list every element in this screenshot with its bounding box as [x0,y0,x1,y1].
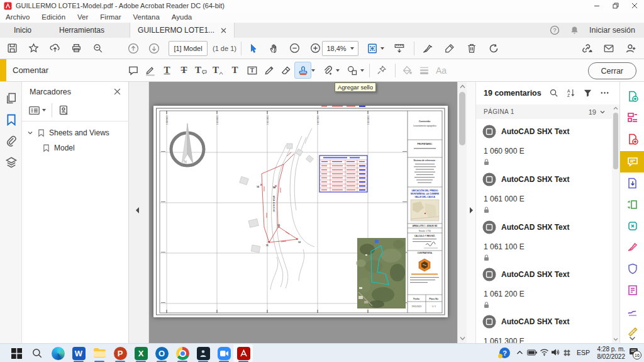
collapse-group-icon[interactable] [599,109,606,115]
language-indicator[interactable]: ESP [577,349,590,356]
protect-pdf-tool[interactable] [625,261,641,277]
pin-tool[interactable] [373,62,390,79]
comment-tool-active[interactable] [620,151,644,173]
refresh-rotate-button[interactable] [485,40,502,57]
stamp-tool[interactable] [294,62,311,79]
fit-page-button[interactable] [364,40,380,57]
print-button[interactable] [68,40,85,57]
tray-help-icon[interactable]: ? [499,348,510,358]
marquee-zoom-button[interactable] [89,40,106,57]
restore-button[interactable] [606,0,625,11]
share-link-button[interactable] [578,40,595,57]
menu-firmar[interactable]: Firmar [100,13,121,21]
prepare-form-tool[interactable] [625,282,641,298]
shapes-tool[interactable] [343,62,360,79]
tab-close-icon[interactable] [221,28,226,33]
email-button[interactable] [600,40,617,57]
menu-archivo[interactable]: Archivo [6,13,30,21]
minimize-button[interactable] [587,0,606,11]
clock[interactable]: 4:28 p. m. 8/02/2022 [592,346,625,361]
tray-app-icon[interactable] [563,349,571,357]
note-to-text-tool[interactable]: T [192,62,209,79]
previous-page-button[interactable] [125,40,142,57]
tab-herramientas[interactable]: Herramientas [45,23,118,38]
edit-pdf-tool[interactable] [625,131,641,147]
document-scrollbar-thumb[interactable] [459,92,465,145]
document-scrollbar[interactable] [457,82,467,343]
close-comment-button[interactable]: Cerrar [588,62,636,79]
start-button[interactable] [9,346,24,361]
sticky-note-tool[interactable] [125,62,142,79]
comments-scrollbar[interactable] [612,105,619,343]
comment-item[interactable]: AutoCAD SHX Text 1 061 100 E [482,220,607,267]
volume-icon[interactable] [551,348,560,356]
sort-comments-icon[interactable]: AZ [566,88,575,98]
notifications-bell-icon[interactable] [570,25,579,35]
add-text-tool[interactable]: T [226,62,243,79]
menu-ver[interactable]: Ver [77,13,88,21]
stamp-caret[interactable] [311,69,315,72]
collapse-left-panel-button[interactable] [135,206,140,214]
highlight-tool[interactable] [142,62,158,79]
comment-item[interactable]: AutoCAD SHX Text 1 060 900 E [482,125,607,171]
next-page-button[interactable] [145,40,162,57]
comments-more-options-icon[interactable] [600,88,609,98]
search-comments-icon[interactable] [549,88,558,98]
chevron-down-icon[interactable] [27,130,33,136]
go-to-bookmark-icon[interactable] [58,105,70,116]
zoom-taskbar-icon[interactable] [216,346,231,361]
favorite-star-button[interactable] [25,40,42,57]
measure-ruler-button[interactable] [391,40,408,57]
bookmarks-close-icon[interactable] [114,88,121,95]
attach-caret[interactable] [336,69,340,72]
menu-edicion[interactable]: Edición [42,13,65,21]
eraser-tool[interactable] [277,62,294,79]
delete-trash-button[interactable] [463,40,480,57]
wifi-icon[interactable] [540,348,549,356]
share-cloud-button[interactable] [47,40,64,57]
acrobat-taskbar-icon[interactable] [236,346,251,361]
draw-pencil-tool[interactable] [260,62,277,79]
combine-files-tool[interactable] [625,110,641,126]
bookmark-options-caret[interactable] [42,109,46,111]
document-viewport[interactable]: 1 060 900 E 1 061 000 E 1 061 100 E 1 06… [149,82,457,343]
close-button[interactable] [625,0,644,11]
fill-sign-button[interactable] [441,40,458,57]
layers-panel-icon[interactable] [5,156,18,169]
page-thumbnails-icon[interactable] [5,92,18,105]
page-group-header[interactable]: PÁGINA 1 19 [476,105,612,119]
more-tools-chevron-icon[interactable] [629,336,636,341]
strikethrough-text-tool[interactable]: T [175,62,192,79]
zoom-in-button[interactable] [307,40,324,57]
zoom-out-button[interactable] [286,40,303,57]
export-pdf-tool[interactable] [625,175,641,191]
chrome-taskbar-icon[interactable] [175,346,190,361]
menu-ventana[interactable]: Ventana [133,13,160,21]
help-icon[interactable]: ? [550,25,560,35]
shapes-caret[interactable] [360,69,364,72]
filter-comments-icon[interactable] [583,88,592,98]
select-tool-button[interactable] [245,40,262,57]
attachments-panel-icon[interactable] [5,135,18,147]
hand-tool-button[interactable] [265,40,282,57]
bookmark-options-icon[interactable] [28,105,40,116]
page-number-field[interactable]: [1] Model [169,41,208,56]
excel-taskbar-icon[interactable]: X [133,346,148,361]
fill-sign-tool[interactable] [625,239,641,256]
expand-right-panel-button[interactable] [469,206,474,214]
attach-file-tool[interactable] [319,62,336,79]
tab-inicio[interactable]: Inicio [0,23,45,38]
comment-item[interactable]: AutoCAD SHX Text 1 061 200 E [482,268,607,314]
zoom-level-field[interactable]: 18,4% [322,41,358,56]
edge-taskbar-icon[interactable] [50,346,65,361]
text-box-tool[interactable]: T [243,62,260,79]
outlook-taskbar-icon[interactable]: O [154,346,169,361]
tray-expand-chevron-icon[interactable] [516,350,523,355]
bookmark-item-root[interactable]: Sheets and Views [27,128,109,137]
battery-icon[interactable] [527,349,537,356]
fit-page-caret[interactable] [380,47,384,50]
tab-document[interactable]: GUILLERMO LOTE1... [130,23,235,38]
comment-item[interactable]: AutoCAD SHX Text 1 061 300 E [482,315,607,343]
underline-text-tool[interactable]: T [158,62,175,79]
certificates-tool[interactable] [625,303,641,320]
